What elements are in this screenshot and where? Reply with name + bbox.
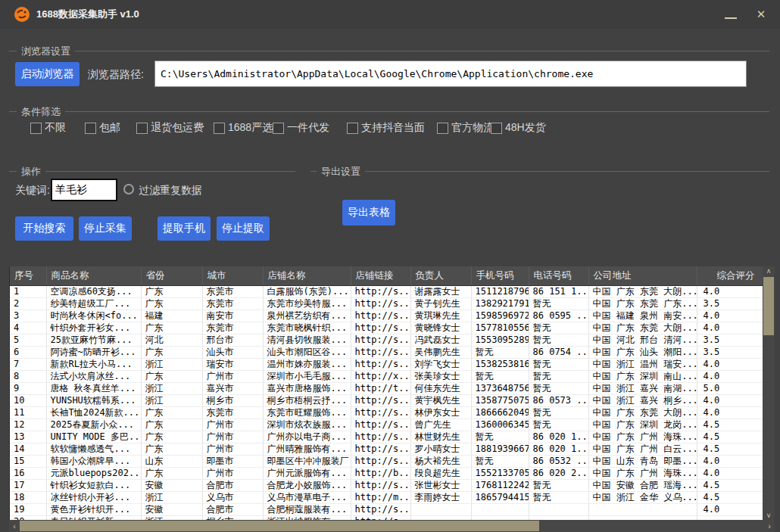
- table-cell: 邢台市: [202, 334, 263, 346]
- results-table: 序号 商品名称 省份 城市 店铺名称 店铺链接 负责人 手机号码 电话号码 公司…: [9, 266, 763, 520]
- table-row[interactable]: 17针织衫女短款白...安徽合肥市合肥龙小姣服饰...http://s...张世…: [10, 479, 763, 491]
- table-cell: 广东: [141, 370, 202, 382]
- table-cell: 中国 广东 东莞 广东...: [588, 297, 697, 310]
- vertical-scrollbar-thumb[interactable]: [763, 277, 774, 335]
- minimize-button[interactable]: [718, 0, 744, 29]
- launch-browser-button[interactable]: 启动浏览器: [15, 62, 80, 86]
- column-header-contact[interactable]: 负责人: [410, 266, 471, 285]
- table-cell: 广东: [141, 285, 202, 297]
- table-cell: 安徽: [141, 503, 202, 515]
- table-row[interactable]: 1空调凉感60支扬...广东东莞市白露服饰(东莞)...http://s...谢…: [10, 285, 763, 297]
- table-cell: 东莞市: [202, 285, 263, 297]
- table-cell: http://x...: [351, 370, 410, 382]
- filter-checkbox-dropshipping[interactable]: 一件代发: [273, 121, 329, 135]
- table-cell: http://s...: [351, 418, 410, 431]
- table-cell: 纱美特超级工厂...: [46, 297, 141, 310]
- table-cell: 3.5: [697, 346, 763, 358]
- table-cell: http://s...: [351, 431, 410, 443]
- table-cell: 法式小坎肩冰丝...: [46, 370, 141, 382]
- scroll-left-icon[interactable]: ‹: [9, 520, 20, 532]
- table-row[interactable]: 13UNITY MODE 多巴...广东广州市广州亦以电子商...http://…: [10, 431, 763, 443]
- table-cell: 4.0: [697, 406, 763, 418]
- checkbox-label: 包邮: [99, 121, 120, 135]
- table-row[interactable]: 10YUNSHU软糯韩系...浙江桐乡市桐乡市梧桐云抒...http://s..…: [10, 394, 763, 406]
- export-table-button[interactable]: 导出表格: [342, 200, 395, 226]
- table-row[interactable]: 18冰丝针织小开衫...浙江义乌市义乌市漫草电子...http://m...李雨…: [10, 491, 763, 503]
- table-row[interactable]: 525款亚麻竹节麻...河北邢台市清河县切牧服装...http://s...冯武…: [10, 334, 763, 346]
- scroll-right-icon[interactable]: ›: [764, 520, 775, 532]
- stop-extract-button[interactable]: 停止提取: [217, 216, 270, 241]
- table-cell: http://s...: [351, 346, 410, 358]
- checkbox-label: 1688严选: [228, 121, 273, 135]
- filter-checkbox-unlimited[interactable]: 不限: [30, 121, 66, 135]
- close-button[interactable]: ✕: [748, 0, 774, 29]
- table-row[interactable]: 7新款RL拉夫小马...浙江瑞安市温州市姝亦服装...http://s...刘学…: [10, 358, 763, 370]
- filter-checkbox-1688-select[interactable]: 1688严选: [214, 121, 273, 135]
- table-row[interactable]: 14软软慵懒感透气...广东广州市广州晴雅服饰有...http://s...罗小…: [10, 443, 763, 455]
- filter-checkbox-48h-shipping[interactable]: 48H发货: [491, 121, 546, 135]
- stop-collect-button[interactable]: 停止采集: [79, 216, 132, 241]
- column-header-shop[interactable]: 店铺名称: [263, 266, 351, 285]
- column-header-tel[interactable]: 电话号码: [529, 266, 588, 285]
- column-header-link[interactable]: 店铺链接: [351, 266, 410, 285]
- table-cell: 中国 广东 广州 海珠...: [588, 467, 697, 479]
- table-cell: 12: [10, 418, 46, 431]
- table-cell: 广州市: [202, 431, 263, 443]
- table-cell: 4.0: [697, 503, 763, 515]
- table-cell: 中国 广东 深圳 龙岗...: [588, 418, 697, 431]
- table-cell: 中国 安徽 合肥 瑶海...: [588, 479, 697, 491]
- browser-path-input[interactable]: [155, 61, 746, 86]
- checkbox-label: 支持抖音当面: [361, 121, 425, 135]
- table-cell: 2025春夏新小众...: [46, 418, 141, 431]
- table-cell: 刘学飞女士: [410, 358, 471, 370]
- table-row[interactable]: 8法式小坎肩冰丝...广东广州市深圳市小毛毛服...http://x...张美珍…: [10, 370, 763, 382]
- table-cell: 广州市: [202, 443, 263, 455]
- table-cell: 吴伟鹏先生: [410, 346, 471, 358]
- table-row[interactable]: 15韩国小众潮牌早...山东即墨市即墨区牛冲冲服装厂http://s...杨大裕…: [10, 455, 763, 467]
- checkbox-icon: [30, 123, 42, 134]
- column-header-city[interactable]: 城市: [202, 266, 263, 285]
- keyword-input[interactable]: [51, 179, 117, 201]
- checkbox-icon: [136, 123, 148, 134]
- table-row[interactable]: 19黄色开衫针织开...安徽合肥市合肥桐蔻服装有...http://s...4.…: [10, 503, 763, 515]
- table-cell: 广东: [141, 418, 202, 431]
- column-header-address[interactable]: 公司地址: [588, 266, 697, 285]
- table-row[interactable]: 11长袖T恤2024新款...广东东莞市东莞市旺耀服饰...http://s..…: [10, 406, 763, 418]
- table-row[interactable]: 9唐格 秋冬真丝羊...浙江嘉兴市嘉兴市唐格服饰...http://t...何佳…: [10, 382, 763, 394]
- horizontal-scrollbar[interactable]: ‹ ›: [9, 520, 775, 532]
- column-header-province[interactable]: 省份: [141, 266, 202, 285]
- table-cell: 15778105561: [471, 322, 529, 334]
- filter-checkbox-douyin[interactable]: 支持抖音当面: [347, 121, 425, 135]
- table-cell: 合肥桐蔻服装有...: [263, 503, 351, 515]
- filter-checkbox-official-logistics[interactable]: 官方物流: [437, 121, 494, 135]
- vertical-scrollbar[interactable]: ∧ ∨: [763, 266, 775, 520]
- start-search-button[interactable]: 开始搜索: [15, 216, 73, 241]
- table-row[interactable]: 6阿诗蜜~防晒开衫...广东汕头市汕头市潮阳区谷...http://s...吴伟…: [10, 346, 763, 358]
- filter-checkbox-free-shipping[interactable]: 包邮: [85, 121, 120, 135]
- table-cell: 东莞市: [202, 322, 263, 334]
- table-cell: 广东: [141, 467, 202, 479]
- scroll-up-icon[interactable]: ∧: [763, 265, 774, 277]
- dedupe-radio[interactable]: [123, 184, 134, 194]
- table-row[interactable]: 3时尚秋冬休闲<fo...福建南安市泉州祺艺纺织有...http://s...黄…: [10, 310, 763, 322]
- table-row[interactable]: 122025春夏新小众...广东广州市深圳市炫衣族服...http://s...…: [10, 418, 763, 431]
- horizontal-scrollbar-thumb[interactable]: [20, 521, 539, 531]
- table-cell: 15521337050: [471, 467, 529, 479]
- checkbox-label: 退货包运费: [151, 121, 204, 135]
- column-header-rating[interactable]: 综合评分: [697, 266, 763, 285]
- table-cell: 86 020 1...: [529, 443, 588, 455]
- table-row[interactable]: 4针织外套开衫女...广东东莞市东莞市晓枫针织...http://s...黄晓锋…: [10, 322, 763, 334]
- table-cell: 何佳东先生: [410, 382, 471, 394]
- table-cell: 汕头市潮阳区谷...: [263, 346, 351, 358]
- column-header-no[interactable]: 序号: [10, 266, 46, 285]
- table-row[interactable]: 2纱美特超级工厂...广东东莞市东莞市纱美特服...http://s...黄子钊…: [10, 297, 763, 310]
- column-header-mobile[interactable]: 手机号码: [471, 266, 529, 285]
- table-cell: 4.5: [697, 431, 763, 443]
- app-icon: [14, 6, 30, 23]
- table-cell: 4.0: [697, 467, 763, 479]
- column-header-product[interactable]: 商品名称: [46, 266, 141, 285]
- filter-checkbox-return-freight[interactable]: 退货包运费: [136, 121, 204, 135]
- table-row[interactable]: 16元派bluepops202...广东广州市广州元派服饰有...http://…: [10, 467, 763, 479]
- table-cell: http://m...: [351, 491, 410, 503]
- extract-phone-button[interactable]: 提取手机: [158, 216, 211, 241]
